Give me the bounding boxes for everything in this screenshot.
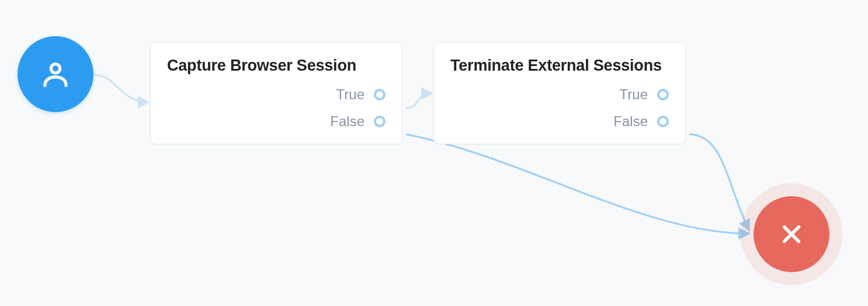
step-outputs: True False	[434, 86, 685, 144]
step-title: Terminate External Sessions	[434, 43, 685, 86]
x-icon	[777, 220, 806, 249]
edge-step1-false-to-end	[406, 134, 749, 234]
output-label: True	[336, 86, 364, 103]
flow-canvas: Capture Browser Session True False Termi…	[0, 0, 868, 306]
output-label: False	[330, 113, 364, 130]
start-node[interactable]	[18, 36, 93, 112]
edge-step2-false-to-end	[689, 134, 749, 231]
port-icon[interactable]	[657, 116, 669, 127]
output-false[interactable]: False	[330, 113, 386, 130]
step-title: Capture Browser Session	[151, 43, 402, 86]
port-icon[interactable]	[374, 89, 386, 100]
end-node[interactable]	[754, 196, 829, 272]
edge-step1-true-to-step2	[406, 93, 432, 108]
output-false[interactable]: False	[613, 113, 669, 130]
svg-point-0	[51, 64, 60, 73]
output-label: True	[620, 86, 648, 103]
output-true[interactable]: True	[336, 86, 386, 103]
port-icon[interactable]	[374, 116, 386, 127]
step-outputs: True False	[151, 86, 402, 144]
port-icon[interactable]	[657, 89, 669, 100]
step-terminate-external-sessions[interactable]: Terminate External Sessions True False	[433, 42, 686, 144]
step-capture-browser-session[interactable]: Capture Browser Session True False	[150, 42, 402, 144]
output-true[interactable]: True	[620, 86, 669, 103]
edge-start-to-step1	[93, 75, 149, 102]
output-label: False	[613, 113, 648, 130]
user-icon	[39, 57, 72, 91]
